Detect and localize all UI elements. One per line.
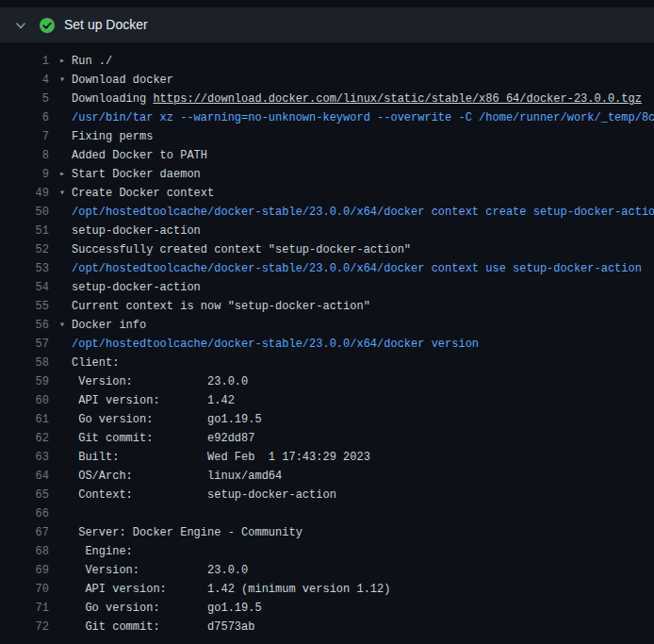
line-number[interactable]: 55 (0, 297, 49, 316)
line-number[interactable]: 68 (0, 542, 49, 561)
log-line: 58Client: (0, 354, 654, 372)
chevron-spacer (59, 542, 72, 561)
log-group-label[interactable]: Download docker (72, 71, 173, 90)
line-number[interactable]: 70 (0, 580, 49, 599)
line-content: /opt/hostedtoolcache/docker-stable/23.0.… (49, 335, 654, 354)
line-number[interactable]: 53 (0, 259, 49, 278)
log-text: Fixing perms (72, 127, 153, 146)
line-number[interactable]: 67 (0, 523, 49, 542)
line-content: Git commit: e92dd87 (49, 429, 654, 448)
chevron-spacer (59, 391, 72, 410)
log-text: /opt/hostedtoolcache/docker-stable/23.0.… (72, 203, 654, 222)
chevron-spacer (59, 335, 72, 354)
line-number[interactable]: 63 (0, 448, 49, 467)
chevron-spacer (59, 222, 72, 240)
log-line: 65 Context: setup-docker-action (0, 486, 654, 504)
line-number[interactable]: 72 (0, 618, 49, 636)
log-line: 57/opt/hostedtoolcache/docker-stable/23.… (0, 335, 654, 354)
line-number[interactable]: 65 (0, 486, 49, 504)
line-number[interactable]: 8 (0, 146, 49, 165)
chevron-right-icon[interactable]: ▸ (59, 165, 72, 184)
line-content: Go version: go1.19.5 (49, 599, 654, 618)
line-number[interactable]: 52 (0, 240, 49, 259)
line-content: Engine: (49, 542, 654, 561)
line-number[interactable]: 4 (0, 71, 49, 90)
log-text: Git commit: e92dd87 (72, 429, 254, 448)
log-link[interactable]: https://download.docker.com/linux/static… (153, 90, 641, 108)
log-text: Version: 23.0.0 (72, 372, 248, 391)
log-group-label[interactable]: Docker info (72, 316, 146, 335)
step-header-setup-docker[interactable]: Set up Docker (0, 8, 654, 42)
chevron-spacer (59, 467, 72, 486)
line-number[interactable]: 54 (0, 278, 49, 297)
log-line: 59 Version: 23.0.0 (0, 372, 654, 391)
line-content: Successfully created context "setup-dock… (49, 240, 654, 259)
chevron-down-icon[interactable]: ▾ (59, 71, 72, 90)
line-content: API version: 1.42 (minimum version 1.12) (49, 580, 654, 599)
log-group-label[interactable]: Run ./ (72, 52, 112, 71)
log-lines: 1▸Run ./4▾Download docker5Downloading ht… (0, 52, 654, 636)
line-number[interactable]: 50 (0, 203, 49, 222)
chevron-spacer (59, 599, 72, 618)
line-content: Version: 23.0.0 (49, 561, 654, 580)
log-text: Current context is now "setup-docker-act… (72, 297, 370, 316)
line-number[interactable]: 57 (0, 335, 49, 354)
line-number[interactable]: 56 (0, 316, 49, 335)
line-content: API version: 1.42 (49, 391, 654, 410)
line-content: ▸Start Docker daemon (49, 165, 654, 184)
chevron-right-icon[interactable]: ▸ (59, 52, 72, 71)
log-text: Server: Docker Engine - Community (72, 523, 302, 542)
log-group-label[interactable]: Start Docker daemon (72, 165, 201, 184)
line-number[interactable]: 5 (0, 90, 49, 108)
line-number[interactable]: 6 (0, 108, 49, 127)
line-content: setup-docker-action (49, 278, 654, 297)
log-line: 61 Go version: go1.19.5 (0, 410, 654, 429)
line-content: Go version: go1.19.5 (49, 410, 654, 429)
chevron-spacer (59, 486, 72, 504)
chevron-spacer (59, 146, 72, 165)
line-content: ▾Create Docker context (49, 184, 654, 203)
log-text: Successfully created context "setup-dock… (72, 240, 411, 259)
line-content: Downloading https://download.docker.com/… (49, 90, 654, 108)
line-number[interactable]: 49 (0, 184, 49, 203)
log-line: 68 Engine: (0, 542, 654, 561)
line-content: ▾Docker info (49, 316, 654, 335)
line-content: Built: Wed Feb 1 17:43:29 2023 (49, 448, 654, 467)
line-content: /usr/bin/tar xz --warning=no-unknown-key… (49, 108, 654, 127)
line-number[interactable]: 1 (0, 52, 49, 71)
line-number[interactable]: 7 (0, 127, 49, 146)
line-number[interactable]: 71 (0, 599, 49, 618)
line-number[interactable]: 58 (0, 354, 49, 372)
chevron-spacer (59, 523, 72, 542)
log-line: 53/opt/hostedtoolcache/docker-stable/23.… (0, 259, 654, 278)
line-number[interactable]: 66 (0, 504, 49, 523)
line-content: Current context is now "setup-docker-act… (49, 297, 654, 316)
line-number[interactable]: 62 (0, 429, 49, 448)
line-number[interactable]: 69 (0, 561, 49, 580)
log-line: 5Downloading https://download.docker.com… (0, 90, 654, 108)
log-area: 1▸Run ./4▾Download docker5Downloading ht… (0, 42, 654, 644)
line-number[interactable]: 59 (0, 372, 49, 391)
log-line: 6/usr/bin/tar xz --warning=no-unknown-ke… (0, 108, 654, 127)
log-line: 64 OS/Arch: linux/amd64 (0, 467, 654, 486)
log-line: 55Current context is now "setup-docker-a… (0, 297, 654, 316)
chevron-spacer (59, 618, 72, 636)
log-text: /opt/hostedtoolcache/docker-stable/23.0.… (72, 259, 642, 278)
log-text: Go version: go1.19.5 (72, 599, 262, 618)
step-title: Set up Docker (64, 8, 148, 42)
chevron-down-icon[interactable] (15, 20, 26, 31)
line-content: /opt/hostedtoolcache/docker-stable/23.0.… (49, 203, 654, 222)
line-number[interactable]: 61 (0, 410, 49, 429)
log-group-label[interactable]: Create Docker context (72, 184, 214, 203)
log-text: setup-docker-action (72, 278, 201, 297)
log-text: Built: Wed Feb 1 17:43:29 2023 (72, 448, 370, 467)
log-text: Git commit: d7573ab (72, 618, 254, 636)
chevron-spacer (59, 580, 72, 599)
line-number[interactable]: 9 (0, 165, 49, 184)
chevron-down-icon[interactable]: ▾ (59, 184, 72, 203)
chevron-spacer (59, 410, 72, 429)
line-number[interactable]: 51 (0, 222, 49, 240)
line-number[interactable]: 64 (0, 467, 49, 486)
chevron-down-icon[interactable]: ▾ (59, 316, 72, 335)
line-number[interactable]: 60 (0, 391, 49, 410)
